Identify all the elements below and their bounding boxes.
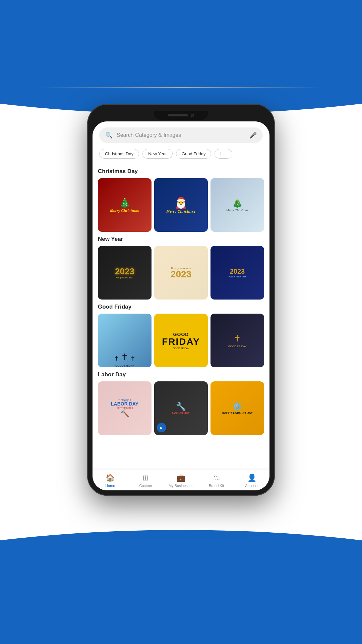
wrench-icon: 🔧: [172, 402, 190, 411]
section-title-laborday: Labor Day: [98, 371, 264, 378]
laborday-card-1[interactable]: ✦ Happy ✦ LABOR DAY SEPTEMBER 3 🔨: [98, 381, 152, 435]
xmas-text-1: Merry Christmas: [110, 209, 139, 213]
scroll-area[interactable]: Christmas Day 🎄 Merry Christmas 🎅 Merry …: [93, 161, 269, 470]
search-input-wrap[interactable]: 🔍 Search Category & Images 🎤: [99, 127, 263, 143]
section-title-goodfriday: Good Friday: [98, 304, 264, 310]
nav-businesses[interactable]: 💼 My Businesses: [163, 474, 199, 488]
newyear-grid: 2023 Happy New Year Happy New Year 2023 …: [98, 246, 264, 300]
gf-text-1: GOOD FRIDAY: [114, 364, 135, 367]
ld-date: SEPTEMBER 3: [111, 407, 138, 409]
xmas-text-3: Merry Christmas: [226, 209, 248, 212]
chip-newyear[interactable]: New Year: [142, 149, 173, 159]
year-text-1: 2023: [115, 267, 134, 276]
goodfriday-card-1[interactable]: ✝ ✝ ✝ GOOD FRIDAY: [98, 314, 152, 367]
ld-text-3: HAPPY LABOUR DAY: [222, 411, 253, 415]
laborday-card-2[interactable]: 🔧 LABOR DAY ▶: [154, 381, 208, 435]
laborday-card-3[interactable]: ⚙️ HAPPY LABOUR DAY: [210, 381, 264, 435]
year-text-2: 2023: [171, 270, 191, 279]
year-text-3: 2023: [229, 268, 246, 275]
cross-icon-left: ✝: [114, 355, 119, 362]
search-bar: 🔍 Search Category & Images 🎤: [93, 121, 269, 146]
christmas-card-3[interactable]: 🎄 Merry Christmas: [210, 178, 264, 232]
nav-brandkit[interactable]: 🗂 Brand Kit: [199, 474, 234, 488]
cross-icon-right: ✝: [130, 355, 135, 362]
brandkit-icon: 🗂: [213, 474, 220, 482]
santa-icon: 🎅: [167, 197, 196, 209]
section-title-newyear: New Year: [98, 236, 264, 243]
camera: [191, 114, 194, 117]
goodfriday-card-3[interactable]: ✝ GOOD FRIDAY: [210, 314, 264, 367]
gf-text-3: GOOD FRIDAY: [228, 345, 246, 348]
friday-word: FRIDAY: [162, 337, 200, 346]
ld-text-1: LABOR DAY: [111, 401, 138, 406]
nav-brandkit-label: Brand Kit: [209, 484, 224, 488]
hny-text-3: Happy New Year: [229, 275, 246, 278]
nav-custom-label: Custom: [139, 484, 152, 488]
search-input[interactable]: Search Category & Images: [117, 132, 245, 138]
nav-businesses-label: My Businesses: [169, 484, 193, 488]
chip-more[interactable]: L...: [215, 149, 232, 159]
newyear-card-3[interactable]: 2023 Happy New Year: [210, 246, 264, 300]
tree-icon-1: 🎄: [119, 198, 131, 209]
bottom-nav: 🏠 Home ⊞ Custom 💼 My Businesses 🗂 Brand …: [93, 470, 269, 490]
christmas-card-2[interactable]: 🎅 Merry Christmas: [154, 178, 208, 232]
hammer-icon: 🔨: [111, 409, 138, 418]
businesses-icon: 💼: [176, 474, 185, 482]
nav-home[interactable]: 🏠 Home: [93, 474, 128, 488]
category-chips: Christmas Day New Year Good Friday L...: [93, 146, 269, 161]
nav-custom[interactable]: ⊞ Custom: [128, 474, 164, 488]
ld-text-2: LABOR DAY: [172, 411, 190, 415]
play-button[interactable]: ▶: [157, 423, 166, 432]
gold-cross-icon: ✝: [234, 333, 241, 343]
phone-notch: [154, 111, 208, 120]
gear-icon: ⚙️: [222, 402, 253, 411]
bg-bottom: [0, 530, 362, 644]
nav-account-label: Account: [245, 484, 258, 488]
crosses-row: ✝ ✝ ✝: [114, 352, 135, 362]
nav-home-label: Home: [105, 484, 115, 488]
section-title-christmas: Christmas Day: [98, 168, 264, 175]
gf-text-2: GOOD FRIDAY: [162, 347, 200, 350]
newyear-card-2[interactable]: Happy New Year 2023: [154, 246, 208, 300]
header-divider: [40, 87, 322, 88]
cross-icon-center: ✝: [121, 352, 128, 362]
hny-text-1: Happy New Year: [116, 276, 133, 279]
newyear-card-1[interactable]: 2023 Happy New Year: [98, 246, 152, 300]
nav-account[interactable]: 👤 Account: [234, 474, 269, 488]
account-icon: 👤: [247, 474, 256, 482]
custom-icon: ⊞: [142, 474, 148, 482]
speaker: [168, 114, 188, 116]
search-icon: 🔍: [105, 131, 113, 139]
laborday-grid: ✦ Happy ✦ LABOR DAY SEPTEMBER 3 🔨 🔧 LABO…: [98, 381, 264, 435]
phone-screen: 🔍 Search Category & Images 🎤 Christmas D…: [93, 121, 269, 490]
goodfriday-card-2[interactable]: GOOD FRIDAY GOOD FRIDAY: [154, 314, 208, 367]
screen-content: 🔍 Search Category & Images 🎤 Christmas D…: [93, 121, 269, 490]
chip-goodfriday[interactable]: Good Friday: [176, 149, 212, 159]
christmas-card-1[interactable]: 🎄 Merry Christmas: [98, 178, 152, 232]
tree-icon-3: 🎄: [226, 198, 248, 209]
page-title: FESTIVAL POSTS FOR SOCIAL MEDIA: [0, 40, 362, 59]
mic-icon[interactable]: 🎤: [249, 131, 257, 139]
xmas-text-2: Merry Christmas: [167, 209, 196, 213]
phone-notch-area: [93, 109, 269, 121]
christmas-grid: 🎄 Merry Christmas 🎅 Merry Christmas 🎄: [98, 178, 264, 232]
goodfriday-grid: ✝ ✝ ✝ GOOD FRIDAY GOOD FRIDAY: [98, 314, 264, 367]
phone-mockup: 🔍 Search Category & Images 🎤 Christmas D…: [87, 104, 275, 496]
chip-christmas[interactable]: Christmas Day: [99, 149, 139, 159]
home-icon: 🏠: [106, 474, 115, 482]
